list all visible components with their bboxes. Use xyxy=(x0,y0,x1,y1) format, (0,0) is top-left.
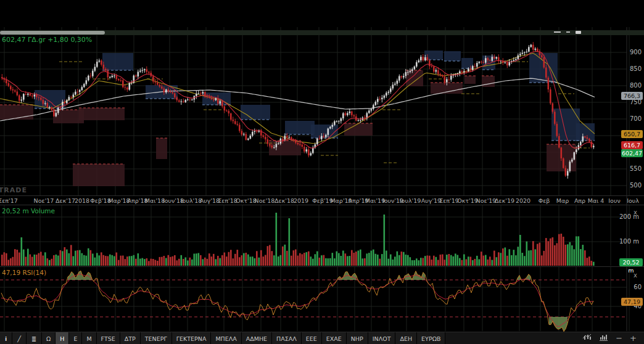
date-axis-label: 2020 xyxy=(516,197,530,204)
date-axis-label: Σεπ'19 xyxy=(439,197,459,204)
price-axis-tick: 900 xyxy=(617,49,642,55)
ticker-tab-E[interactable]: E xyxy=(69,332,82,344)
ticker-tab-ΠΑΣΑΛ[interactable]: ΠΑΣΑΛ xyxy=(272,332,302,344)
window-controls xyxy=(554,29,581,35)
date-axis-label: 2019 xyxy=(294,197,308,204)
ticker-tab-ΕΧΑΕ[interactable]: ΕΧΑΕ xyxy=(322,332,347,344)
date-axis-label: Σεπ'18 xyxy=(218,197,237,204)
ticker-tab-ΕΥΡΩΒ[interactable]: ΕΥΡΩΒ xyxy=(417,332,445,344)
zoom-out-icon[interactable]: − xyxy=(616,333,622,344)
chart-scrollbar-thumb[interactable] xyxy=(0,31,105,35)
ticker-tab-H[interactable]: H xyxy=(56,332,69,344)
date-axis-label: 2018 xyxy=(75,197,89,204)
quote-line: 602,47 ΓΔ.gr +1,80 0,30% xyxy=(2,36,92,44)
volume-indicator-name: Volume xyxy=(31,207,55,215)
ticker-tab-ΔΤΡ[interactable]: ΔΤΡ xyxy=(120,332,141,344)
toolbar-buttons: i╱≣ΩHEMFTSEΔΤΡΤΕΝΕΡΓΓΕΚΤΕΡΝΑΜΠΕΛΑΑΔΜΗΕΠΑ… xyxy=(0,332,575,344)
bottom-toolbar: i╱≣ΩHEMFTSEΔΤΡΤΕΝΕΡΓΓΕΚΤΕΡΝΑΜΠΕΛΑΑΔΜΗΕΠΑ… xyxy=(0,332,644,344)
watchlist-icon[interactable]: ≣ xyxy=(27,332,42,344)
price-axis-badge: 650,7 xyxy=(621,130,643,138)
ticker-tab-ΝΗΡ[interactable]: ΝΗΡ xyxy=(347,332,368,344)
date-axis-label: Μαρ xyxy=(556,197,569,204)
volume-pane-close-icon[interactable]: x xyxy=(632,209,639,216)
ticker-tab-FTSE[interactable]: FTSE xyxy=(97,332,120,344)
date-axis-label: Δεκ'18 xyxy=(275,197,294,204)
date-axis-label: Ιουλ xyxy=(627,197,639,204)
rsi-indicator-name: RSI(14) xyxy=(22,269,46,276)
date-axis-label: Μαι'18 xyxy=(145,197,165,204)
trading-app-window: 602,47 ΓΔ.gr +1,80 0,30% iTRADE 20,52 m … xyxy=(0,0,644,344)
ticker-tab-ΙΝΛΟΤ[interactable]: ΙΝΛΟΤ xyxy=(368,332,396,344)
candlestick-chart-icon[interactable] xyxy=(582,333,592,344)
date-axis-label: Δεκ'17 xyxy=(56,197,75,204)
ticker-tab-ΕΕΕ[interactable]: ΕΕΕ xyxy=(302,332,322,344)
window-close-icon[interactable] xyxy=(576,31,581,34)
ticker-tab-ΓΕΚΤΕΡΝΑ[interactable]: ΓΕΚΤΕΡΝΑ xyxy=(172,332,212,344)
date-axis-label: Σεπ'17 xyxy=(0,197,18,204)
quote-change: +1,80 xyxy=(47,36,68,44)
rsi-axis-badge: 47,19 xyxy=(621,298,643,306)
date-axis-label: Νοε'19 xyxy=(476,197,497,204)
date-axis-label: Οκτ'18 xyxy=(236,197,257,204)
ticker-tab-M[interactable]: M xyxy=(82,332,96,344)
volume-axis-badge: 20,52 m xyxy=(619,258,643,266)
price-axis-tick: 700 xyxy=(617,115,642,122)
window-restore-icon[interactable] xyxy=(566,31,570,33)
volume-bars-icon[interactable] xyxy=(599,333,608,344)
quote-symbol: ΓΔ.gr xyxy=(28,36,46,44)
date-axis-label: Αυγ'19 xyxy=(421,197,441,204)
ticker-tab-ΔΕΗ[interactable]: ΔΕΗ xyxy=(395,332,417,344)
ticker-tab-ΜΠΕΛΑ[interactable]: ΜΠΕΛΑ xyxy=(211,332,241,344)
date-axis-label: Νοε'17 xyxy=(34,197,54,204)
draw-tool-icon[interactable]: ╱ xyxy=(12,332,27,344)
toolbar-right-icons: −+ xyxy=(575,332,644,344)
volume-axis-tick: 100 m xyxy=(614,238,639,245)
quote-last: 602,47 xyxy=(2,36,26,44)
volume-value: 20,52 m xyxy=(2,207,29,215)
platform-watermark: iTRADE xyxy=(0,186,27,194)
quote-change-pct: 0,30% xyxy=(70,36,92,44)
price-axis-tick: 800 xyxy=(617,82,642,89)
rsi-axis-tick: 60 xyxy=(617,284,642,290)
info-icon[interactable]: i xyxy=(0,332,12,344)
date-axis-label: Ιουλ'18 xyxy=(181,197,202,204)
rsi-value: 47,19 xyxy=(2,269,20,276)
date-axis-label: Νοε'18 xyxy=(255,197,275,204)
chart-canvas[interactable] xyxy=(0,0,644,332)
zoom-in-icon[interactable]: + xyxy=(630,333,637,344)
date-axis-label: Φεβ xyxy=(539,197,550,204)
price-axis-badge: 616,7 xyxy=(621,141,643,149)
date-axis-label: Ιουν xyxy=(608,197,620,204)
rsi-pane-label: 47,19 RSI(14) xyxy=(2,269,46,276)
date-axis-label: Οκτ'19 xyxy=(457,197,478,204)
price-axis-badge: 766,3 xyxy=(621,92,643,100)
price-axis-badge: 602,47 xyxy=(621,149,643,157)
date-axis-label: Μαι 4 xyxy=(588,197,605,204)
ticker-tab-ΤΕΝΕΡΓ[interactable]: ΤΕΝΕΡΓ xyxy=(141,332,172,344)
ticker-tab-ΑΔΜΗΕ[interactable]: ΑΔΜΗΕ xyxy=(242,332,272,344)
date-axis-label: Απρ xyxy=(574,197,585,204)
price-axis-tick: 850 xyxy=(617,65,642,72)
price-axis-tick: 500 xyxy=(617,182,642,189)
price-axis-tick: 550 xyxy=(617,165,642,172)
date-axis-label: Ιουλ'19 xyxy=(400,197,421,204)
date-axis-label: Μαρ'18 xyxy=(108,197,130,204)
ticker-tab-Ω[interactable]: Ω xyxy=(42,332,56,344)
date-axis-label: Αυγ'18 xyxy=(200,197,220,204)
volume-pane-label: 20,52 m Volume xyxy=(2,207,55,215)
window-minimize-icon[interactable] xyxy=(554,31,561,33)
date-axis-label: Δεκ'19 xyxy=(495,197,514,204)
